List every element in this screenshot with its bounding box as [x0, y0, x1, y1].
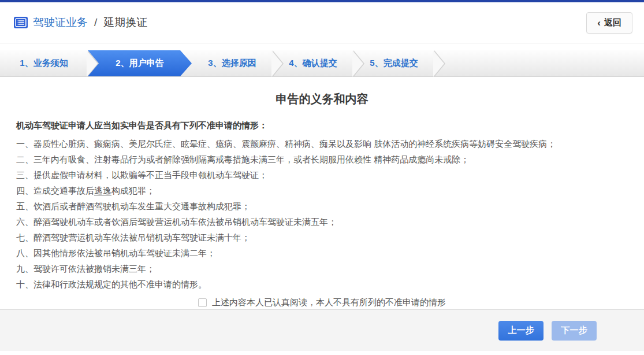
declaration-list: 一、器质性心脏病、癫痫病、美尼尔氏症、眩晕症、癔病、震颤麻痹、精神病、痴呆以及影… — [16, 136, 628, 292]
declaration-intro: 机动车驾驶证申请人应当如实申告是否具有下列不准申请的情形： — [16, 119, 628, 132]
step-tab-5-finish-submit[interactable]: 5、完成提交 — [353, 50, 434, 76]
step-tab-1-business-notice[interactable]: 1、业务须知 — [0, 50, 88, 76]
step-bar-filler — [434, 50, 644, 76]
next-step-button[interactable]: 下一步 — [552, 321, 597, 341]
step-wizard: 1、业务须知 2、用户申告 3、选择原因 4、确认提交 5、完成提交 — [0, 50, 644, 77]
step-label: 1、业务须知 — [20, 58, 68, 69]
step-label: 5、完成提交 — [370, 58, 418, 69]
declaration-item-7: 七、醉酒驾驶营运机动车依法被吊销机动车驾驶证未满十年； — [16, 230, 628, 245]
declaration-item-5: 五、饮酒后或者醉酒驾驶机动车发生重大交通事故构成犯罪； — [16, 198, 628, 214]
agreement-row[interactable]: 上述内容本人已认真阅读，本人不具有所列的不准申请的情形 — [16, 297, 628, 308]
step-label: 2、用户申告 — [116, 58, 163, 69]
breadcrumb-business-type: 驾驶证业务 — [33, 15, 88, 30]
document-list-icon — [14, 17, 28, 28]
declaration-item-4: 四、造成交通事故后逃逸构成犯罪； — [16, 183, 628, 198]
chevron-left-icon: ‹ — [597, 18, 601, 28]
wizard-footer: 上一步 下一步 — [0, 309, 644, 351]
breadcrumb-separator: / — [94, 16, 97, 29]
declaration-item-2: 二、三年内有吸食、注射毒品行为或者解除强制隔离戒毒措施未满三年，或者长期服用依赖… — [16, 151, 628, 167]
page-header: 驾驶证业务 / 延期换证 ‹ 返回 — [0, 2, 644, 43]
declaration-item-1: 一、器质性心脏病、癫痫病、美尼尔氏症、眩晕症、癔病、震颤麻痹、精神病、痴呆以及影… — [16, 136, 628, 151]
page-title: 申告的义务和内容 — [16, 91, 628, 107]
declaration-item-9: 九、驾驶许可依法被撤销未满三年； — [16, 261, 628, 276]
back-button[interactable]: ‹ 返回 — [586, 12, 632, 34]
breadcrumb: 驾驶证业务 / 延期换证 — [14, 15, 147, 30]
step-tab-3-select-reason[interactable]: 3、选择原因 — [192, 50, 273, 76]
declaration-item-10: 十、法律和行政法规规定的其他不准申请的情形。 — [16, 276, 628, 292]
declaration-item-8: 八、因其他情形依法被吊销机动车驾驶证未满二年； — [16, 245, 628, 261]
agree-checkbox-label: 上述内容本人已认真阅读，本人不具有所列的不准申请的情形 — [212, 297, 446, 308]
step-label: 4、确认提交 — [289, 58, 337, 69]
agree-checkbox[interactable] — [198, 298, 207, 307]
back-button-label: 返回 — [604, 17, 621, 28]
step-tab-4-confirm-submit[interactable]: 4、确认提交 — [273, 50, 353, 76]
step-tab-2-user-declaration[interactable]: 2、用户申告 — [88, 50, 192, 76]
previous-step-button[interactable]: 上一步 — [498, 321, 544, 341]
breadcrumb-current-page: 延期换证 — [103, 15, 147, 30]
declaration-content: 申告的义务和内容 机动车驾驶证申请人应当如实申告是否具有下列不准申请的情形： 一… — [0, 91, 644, 308]
declaration-item-3: 三、提供虚假申请材料，以欺骗等不正当手段申领机动车驾驶证； — [16, 167, 628, 183]
step-label: 3、选择原因 — [208, 58, 256, 69]
declaration-item-6: 六、醉酒驾驶机动车或者饮酒后驾驶营运机动车依法被吊销机动车驾驶证未满五年； — [16, 214, 628, 230]
